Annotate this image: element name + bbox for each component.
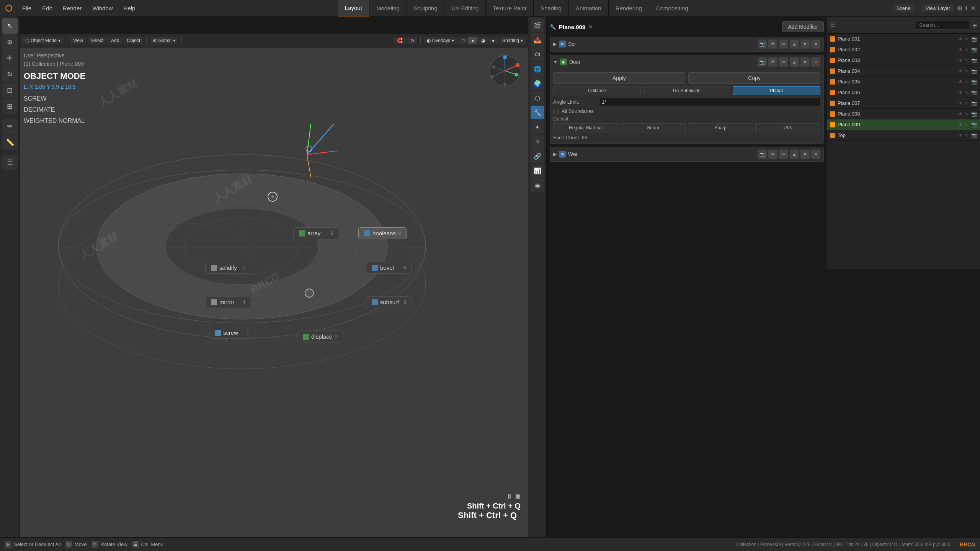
scene-selector[interactable]: Scene — [893, 4, 915, 12]
menu-file[interactable]: File — [17, 0, 37, 16]
delimit-material[interactable]: Regular Material — [553, 123, 618, 132]
pointer-icon[interactable]: ↖ — [965, 111, 969, 117]
props-tab-render[interactable]: 🎬 — [531, 18, 544, 32]
tab-animation[interactable]: Animation — [569, 0, 609, 16]
proportional-edit[interactable]: ⊙ — [407, 37, 417, 44]
outliner-search[interactable] — [916, 21, 969, 29]
pie-displace[interactable]: displace 2 — [297, 331, 343, 342]
props-tab-view-layer[interactable]: 🗂 — [531, 47, 544, 61]
tab-shading[interactable]: Shading — [534, 0, 569, 16]
menu-edit[interactable]: Edit — [37, 0, 57, 16]
tab-layout[interactable]: Layout — [338, 0, 369, 16]
screw-eye-icon[interactable]: 👁 — [768, 39, 777, 49]
wireframe-mode[interactable]: □ — [459, 37, 467, 44]
pointer-icon[interactable]: ↖ — [965, 47, 969, 52]
add-modifier-btn[interactable]: Add Modifier — [782, 21, 824, 32]
props-tab-data[interactable]: 📊 — [531, 164, 544, 178]
pie-array[interactable]: array 8 — [293, 227, 339, 239]
object-menu[interactable]: Object — [124, 37, 144, 44]
outliner-top[interactable]: Top 👁 ↖ 📷 — [827, 130, 980, 141]
viewport-3d[interactable]: User Perspective (1) Collection | Plane.… — [20, 47, 528, 537]
tab-sculpting[interactable]: Sculpting — [407, 0, 445, 16]
eye-icon[interactable]: 👁 — [958, 58, 963, 63]
eye-icon[interactable]: 👁 — [958, 47, 963, 52]
eye-icon[interactable]: 👁 — [958, 79, 963, 85]
snap-toggle[interactable]: 🧲 — [394, 37, 406, 44]
pointer-icon[interactable]: ↖ — [965, 68, 969, 74]
planar-btn[interactable]: Planar — [733, 86, 820, 95]
apply-btn[interactable]: Apply — [553, 72, 685, 84]
tab-texture-paint[interactable]: Texture Paint — [486, 0, 534, 16]
eye-icon[interactable]: 👁 — [958, 68, 963, 74]
delimit-sharp[interactable]: Sharp — [688, 123, 753, 132]
wei-x-icon[interactable]: ✕ — [811, 150, 820, 159]
pie-screw[interactable]: screw 1 — [209, 327, 255, 339]
eye-icon[interactable]: 👁 — [958, 122, 963, 127]
camera-icon[interactable]: 📷 — [971, 79, 977, 85]
menu-window[interactable]: Window — [87, 0, 118, 16]
pie-subsurf[interactable]: subsurf 3 — [366, 296, 412, 308]
select-menu[interactable]: Select — [88, 37, 106, 44]
measure-tool[interactable]: 📏 — [2, 135, 18, 150]
props-tab-scene[interactable]: 🌐 — [531, 62, 544, 76]
camera-icon[interactable]: 📷 — [971, 122, 977, 127]
camera-icon[interactable]: 📷 — [971, 58, 977, 63]
props-tab-modifier[interactable]: 🔧 — [531, 106, 544, 119]
view-menu[interactable]: View — [70, 37, 86, 44]
screw-edit-icon[interactable]: ✏ — [779, 39, 788, 49]
add-menu[interactable]: Add — [108, 37, 122, 44]
deci-x-icon[interactable]: ✕ — [811, 57, 820, 67]
deci-edit-icon[interactable]: ✏ — [779, 57, 788, 67]
props-tab-output[interactable]: 📤 — [531, 33, 544, 47]
screw-camera-icon[interactable]: 📷 — [758, 39, 767, 49]
filter-icon[interactable]: ⊞ — [972, 22, 977, 28]
pie-bevel[interactable]: bevel 6 — [366, 262, 412, 274]
wei-down-icon[interactable]: ▼ — [800, 150, 810, 159]
camera-icon[interactable]: 📷 — [971, 47, 977, 52]
pointer-icon[interactable]: ↖ — [965, 58, 969, 63]
transform-tool[interactable]: ⊞ — [2, 99, 18, 114]
camera-icon[interactable]: 📷 — [971, 111, 977, 117]
render-mode[interactable]: ● — [489, 37, 498, 44]
delimit-seam[interactable]: Seam — [621, 123, 686, 132]
pointer-icon[interactable]: ↖ — [965, 101, 969, 106]
overlays-btn[interactable]: ◐ Overlays ▾ — [424, 37, 457, 44]
eye-icon[interactable]: 👁 — [958, 101, 963, 106]
wei-up-icon[interactable]: ▲ — [790, 150, 799, 159]
outliner-plane001[interactable]: Plane.001 👁 ↖ 📷 — [827, 34, 980, 44]
outliner-plane002[interactable]: Plane.002 👁 ↖ 📷 — [827, 44, 980, 55]
tab-modeling[interactable]: Modeling — [369, 0, 407, 16]
eye-icon[interactable]: 👁 — [958, 90, 963, 95]
pie-booleans[interactable]: booleans 9 — [358, 227, 407, 239]
menu-render[interactable]: Render — [57, 0, 87, 16]
eye-icon[interactable]: 👁 — [958, 36, 963, 42]
camera-icon[interactable]: 📷 — [971, 68, 977, 74]
deci-camera-icon[interactable]: 📷 — [758, 57, 767, 67]
deci-eye-icon[interactable]: 👁 — [768, 57, 777, 67]
camera-icon[interactable]: 📷 — [971, 90, 977, 95]
wei-camera-icon[interactable]: 📷 — [758, 150, 767, 159]
camera-icon[interactable]: 📷 — [971, 133, 977, 138]
props-tab-world[interactable]: 🌍 — [531, 77, 544, 90]
un-subdivide-btn[interactable]: Un-Subdivide — [643, 86, 731, 95]
all-boundaries-checkbox[interactable] — [553, 109, 559, 114]
screw-expand-icon[interactable]: ▶ — [553, 41, 557, 47]
close-icon[interactable]: ✕ — [970, 5, 975, 12]
pointer-icon[interactable]: ↖ — [965, 36, 969, 42]
mode-selector[interactable]: ⬡ Object Mode ▾ — [22, 37, 64, 44]
tab-compositing[interactable]: Compositing — [649, 0, 695, 16]
wei-expand-icon[interactable]: ▶ — [553, 152, 557, 157]
tab-rendering[interactable]: Rendering — [609, 0, 649, 16]
deci-expand-icon[interactable]: ▼ — [553, 59, 558, 65]
outliner-plane004[interactable]: Plane.004 👁 ↖ 📷 — [827, 66, 980, 77]
outliner-plane007[interactable]: Plane.007 👁 ↖ 📷 — [827, 98, 980, 109]
select-tool[interactable]: ↖ — [2, 18, 18, 34]
props-tab-particle[interactable]: ✦ — [531, 120, 544, 134]
solid-mode[interactable]: ● — [468, 37, 477, 44]
shading-btn[interactable]: Shading ▾ — [499, 37, 526, 44]
wei-edit-icon[interactable]: ✏ — [779, 150, 788, 159]
eye-icon[interactable]: 👁 — [958, 133, 963, 138]
wei-eye-icon[interactable]: 👁 — [768, 150, 777, 159]
copy-btn[interactable]: Copy — [688, 72, 820, 84]
props-tab-physics[interactable]: ⚛ — [531, 135, 544, 148]
